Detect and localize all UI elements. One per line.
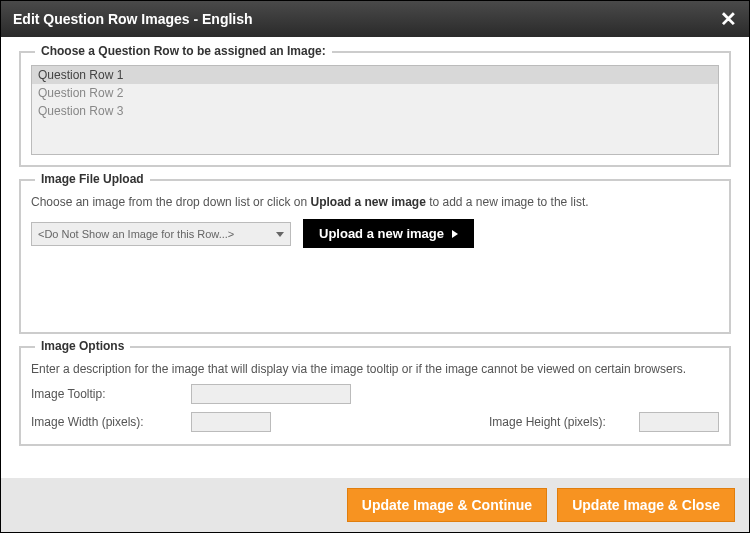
close-icon[interactable]: ✕ <box>720 9 737 29</box>
list-item[interactable]: Question Row 2 <box>32 84 718 102</box>
chevron-right-icon <box>452 230 458 238</box>
options-form: Image Tooltip: Image Width (pixels): Ima… <box>31 384 719 432</box>
update-close-button[interactable]: Update Image & Close <box>557 488 735 522</box>
image-upload-legend: Image File Upload <box>35 172 150 186</box>
upload-controls-row: <Do Not Show an Image for this Row...> U… <box>31 219 719 248</box>
choose-row-fieldset: Choose a Question Row to be assigned an … <box>19 51 731 167</box>
dialog-footer: Update Image & Continue Update Image & C… <box>1 478 749 532</box>
button-label: Upload a new image <box>319 226 444 241</box>
tooltip-input[interactable] <box>191 384 351 404</box>
image-options-fieldset: Image Options Enter a description for th… <box>19 346 731 446</box>
dimensions-row: Image Width (pixels): Image Height (pixe… <box>31 412 719 432</box>
height-input[interactable] <box>639 412 719 432</box>
dropdown-value: <Do Not Show an Image for this Row...> <box>38 228 234 240</box>
titlebar: Edit Question Row Images - English ✕ <box>1 1 749 37</box>
image-select-dropdown[interactable]: <Do Not Show an Image for this Row...> <box>31 222 291 246</box>
choose-row-legend: Choose a Question Row to be assigned an … <box>35 44 332 58</box>
height-label: Image Height (pixels): <box>489 415 639 429</box>
update-continue-button[interactable]: Update Image & Continue <box>347 488 547 522</box>
image-upload-fieldset: Image File Upload Choose an image from t… <box>19 179 731 334</box>
width-label: Image Width (pixels): <box>31 415 191 429</box>
question-row-listbox[interactable]: Question Row 1 Question Row 2 Question R… <box>31 65 719 155</box>
tooltip-row: Image Tooltip: <box>31 384 719 404</box>
upload-new-image-button[interactable]: Upload a new image <box>303 219 474 248</box>
width-input[interactable] <box>191 412 271 432</box>
list-item[interactable]: Question Row 3 <box>32 102 718 120</box>
image-options-legend: Image Options <box>35 339 130 353</box>
help-text-part: Choose an image from the drop down list … <box>31 195 310 209</box>
help-text-bold: Upload a new image <box>310 195 425 209</box>
tooltip-label: Image Tooltip: <box>31 387 191 401</box>
dialog-content: Choose a Question Row to be assigned an … <box>1 37 749 446</box>
list-item[interactable]: Question Row 1 <box>32 66 718 84</box>
upload-help-text: Choose an image from the drop down list … <box>31 195 719 209</box>
dialog-title: Edit Question Row Images - English <box>13 11 253 27</box>
help-text-part: to add a new image to the list. <box>426 195 589 209</box>
options-help-text: Enter a description for the image that w… <box>31 362 719 376</box>
